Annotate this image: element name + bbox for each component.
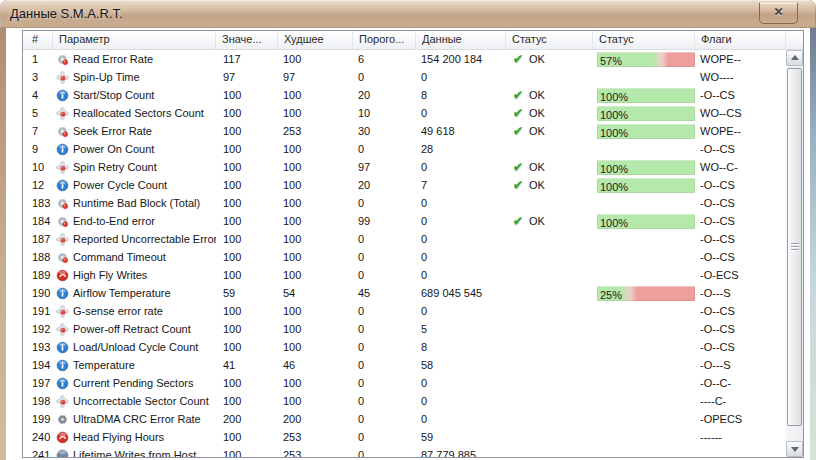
status-bar-cell: 57%: [593, 50, 695, 68]
status-cell: [506, 248, 593, 266]
table-header-row: #ПараметрЗначе...ХудшееПорого...ДанныеСт…: [23, 31, 803, 50]
value-cell: 200: [216, 410, 278, 428]
table-row[interactable]: 1Read Error Rate1171006154 200 184✔OK57%…: [23, 50, 786, 68]
gear-red-icon: [56, 53, 69, 66]
table-row[interactable]: 190Airflow Temperature595445689 045 5452…: [23, 284, 786, 302]
column-header-name[interactable]: Параметр: [53, 31, 216, 49]
flags-cell: -O--CS: [695, 302, 786, 320]
table-row[interactable]: 240Head Flying Hours100253059------: [23, 428, 786, 446]
column-header-worst[interactable]: Худшее: [278, 31, 353, 49]
status-cell: [506, 68, 593, 86]
threshold-cell: 0: [353, 356, 416, 374]
column-header-id[interactable]: #: [23, 31, 53, 49]
status-cell: ✔OK: [506, 50, 593, 68]
ok-check-icon: ✔: [513, 104, 523, 122]
fan-red-icon: [56, 107, 69, 120]
table-row[interactable]: 4Start/Stop Count100100208✔OK100%-O--CS: [23, 86, 786, 104]
table-row[interactable]: 192Power-off Retract Count10010005-O--CS: [23, 320, 786, 338]
table-row[interactable]: 10Spin Retry Count100100970✔OK100%WO--C-: [23, 158, 786, 176]
status-cell: ✔OK: [506, 212, 593, 230]
table-row[interactable]: 183Runtime Bad Block (Total)10010000-O--…: [23, 194, 786, 212]
status-bar-cell: [593, 140, 695, 158]
threshold-cell: 0: [353, 374, 416, 392]
status-bar-cell: [593, 230, 695, 248]
worst-cell: 253: [278, 122, 353, 140]
attribute-name-cell: Current Pending Sectors: [53, 374, 216, 392]
gear-red-icon: [56, 125, 69, 138]
column-header-value[interactable]: Значе...: [216, 31, 278, 49]
attribute-name-cell: G-sense error rate: [53, 302, 216, 320]
value-cell: 97: [216, 68, 278, 86]
table-row[interactable]: 9Power On Count100100028-O--CS: [23, 140, 786, 158]
table-row[interactable]: 184End-to-End error100100990✔OK100%-O--C…: [23, 212, 786, 230]
arrow-down-icon: [791, 447, 799, 452]
table-row[interactable]: 241Lifetime Writes from Host100253087 77…: [23, 446, 786, 457]
attribute-name-cell: Uncorrectable Sector Count: [53, 392, 216, 410]
threshold-cell: 0: [353, 140, 416, 158]
scrollbar-grip-icon: [791, 243, 799, 251]
threshold-cell: 0: [353, 194, 416, 212]
status-progress-bar: 100%: [597, 160, 695, 175]
table-row[interactable]: 188Command Timeout10010000-O--CS: [23, 248, 786, 266]
raw-data-cell: 689 045 545: [416, 284, 506, 302]
table-row[interactable]: 7Seek Error Rate1002533049 618✔OK100%WOP…: [23, 122, 786, 140]
status-bar-cell: [593, 248, 695, 266]
worst-cell: 100: [278, 50, 353, 68]
raw-data-cell: 0: [416, 392, 506, 410]
status-bar-cell: [593, 68, 695, 86]
worst-cell: 100: [278, 194, 353, 212]
worst-cell: 100: [278, 86, 353, 104]
raw-data-cell: 0: [416, 68, 506, 86]
value-cell: 100: [216, 446, 278, 457]
attribute-name: Head Flying Hours: [73, 428, 164, 446]
worst-cell: 100: [278, 104, 353, 122]
status-cell: [506, 374, 593, 392]
column-header-status[interactable]: Статус: [506, 31, 593, 49]
value-cell: 117: [216, 50, 278, 68]
status-progress-bar: 100%: [597, 106, 695, 121]
raw-data-cell: 59: [416, 428, 506, 446]
table-row[interactable]: 191G-sense error rate10010000-O--CS: [23, 302, 786, 320]
table-row[interactable]: 189High Fly Writes10010000-O-ECS: [23, 266, 786, 284]
title-bar[interactable]: Данные S.M.A.R.T. ✕: [0, 0, 816, 28]
table-row[interactable]: 199UltraDMA CRC Error Rate20020000-OPECS: [23, 410, 786, 428]
status-bar-cell: 100%: [593, 212, 695, 230]
table-row[interactable]: 187Reported Uncorrectable Errors10010000…: [23, 230, 786, 248]
column-header-threshold[interactable]: Порого...: [353, 31, 416, 49]
table-row[interactable]: 194Temperature4146058-O---S: [23, 356, 786, 374]
table-row[interactable]: 3Spin-Up Time979700WO----: [23, 68, 786, 86]
sphere-blue-icon: [56, 449, 69, 458]
worst-cell: 253: [278, 446, 353, 457]
attribute-name-cell: Power-off Retract Count: [53, 320, 216, 338]
raw-data-cell: 8: [416, 338, 506, 356]
status-bar-cell: [593, 446, 695, 457]
worst-cell: 100: [278, 248, 353, 266]
vertical-scrollbar[interactable]: [786, 50, 803, 457]
raw-data-cell: 0: [416, 158, 506, 176]
progress-percent-label: 100%: [597, 109, 628, 121]
status-ok-label: OK: [529, 86, 545, 104]
table-row[interactable]: 198Uncorrectable Sector Count10010000---…: [23, 392, 786, 410]
column-header-bar[interactable]: Статус: [593, 31, 695, 49]
scrollbar-up-button[interactable]: [786, 50, 803, 66]
attribute-name: G-sense error rate: [73, 302, 163, 320]
table-row[interactable]: 5Reallocated Sectors Count100100100✔OK10…: [23, 104, 786, 122]
value-cell: 100: [216, 392, 278, 410]
raw-data-cell: 0: [416, 212, 506, 230]
value-cell: 100: [216, 338, 278, 356]
status-bar-cell: 100%: [593, 122, 695, 140]
window-title: Данные S.M.A.R.T.: [10, 6, 123, 21]
table-row[interactable]: 12Power Cycle Count100100207✔OK100%-O--C…: [23, 176, 786, 194]
scrollbar-thumb[interactable]: [787, 68, 802, 426]
close-button[interactable]: ✕: [759, 3, 798, 24]
raw-data-cell: 0: [416, 374, 506, 392]
column-header-data[interactable]: Данные: [416, 31, 506, 49]
table-row[interactable]: 197Current Pending Sectors10010000-O--C-: [23, 374, 786, 392]
column-header-flags[interactable]: Флаги: [695, 31, 786, 49]
scrollbar-down-button[interactable]: [786, 441, 803, 457]
flags-cell: -O--CS: [695, 230, 786, 248]
table-row[interactable]: 193Load/Unload Cycle Count10010008-O--CS: [23, 338, 786, 356]
worst-cell: 100: [278, 266, 353, 284]
attribute-id: 193: [23, 338, 53, 356]
attribute-id: 187: [23, 230, 53, 248]
